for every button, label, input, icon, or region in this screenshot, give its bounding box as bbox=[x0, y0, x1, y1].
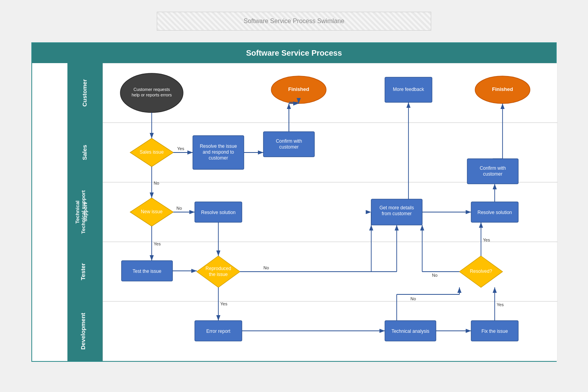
diagram-header: Software Service Process bbox=[32, 43, 556, 63]
fix-issue-text: Fix the issue bbox=[481, 328, 508, 334]
diagram-container: Software Service Process Customer Sales … bbox=[31, 42, 557, 362]
lane-customer-label: Customer bbox=[81, 79, 88, 107]
lane-technical-label: Technical bbox=[74, 200, 80, 223]
get-details-text2: from customer bbox=[382, 211, 412, 216]
label-no2: No bbox=[176, 206, 182, 211]
resolve-respond-text3: customer bbox=[209, 155, 228, 161]
label-yes5: Yes bbox=[483, 238, 490, 242]
svg-text:Development: Development bbox=[80, 313, 86, 350]
label-yes1: Yes bbox=[177, 146, 184, 151]
label-no4: No bbox=[432, 273, 437, 278]
resolve-respond-text: Resolve the issue bbox=[200, 143, 237, 149]
technical-analysis-text: Technical analysis bbox=[392, 328, 430, 334]
resolve-respond-text2: and respond to bbox=[203, 149, 234, 155]
label-yes2: Yes bbox=[154, 241, 161, 246]
label-no1: No bbox=[154, 181, 159, 185]
resolved-text: Resolved? bbox=[470, 269, 492, 274]
page-title-area: Software Service Process Swimlane bbox=[157, 12, 431, 31]
customer-request-text: Customer requests bbox=[134, 87, 170, 92]
confirm1-text2: customer bbox=[279, 144, 298, 150]
label-no5: No bbox=[410, 296, 416, 301]
resolve-sol1-text: Resolve solution bbox=[201, 210, 236, 215]
new-issue-text: New issue bbox=[141, 209, 163, 214]
confirm2-text2: customer bbox=[483, 171, 502, 177]
svg-text:Tester: Tester bbox=[80, 263, 86, 280]
page-title: Software Service Process Swimlane bbox=[244, 18, 345, 24]
customer-request-text2: help or reports errors bbox=[132, 93, 172, 97]
confirm2-text: Confirm with bbox=[480, 165, 506, 171]
svg-text:Technical support: Technical support bbox=[80, 190, 86, 234]
confirm1-text: Confirm with bbox=[276, 138, 302, 144]
label-yes4: Yes bbox=[497, 302, 504, 307]
get-details-text: Get more details bbox=[379, 205, 414, 211]
error-report-text: Error report bbox=[206, 328, 230, 334]
resolve-sol2-text: Resolve solution bbox=[477, 210, 512, 215]
finished2-text: Finished bbox=[492, 86, 513, 92]
reproduced-text: Reproduced bbox=[205, 266, 231, 271]
lane-sales-label: Sales bbox=[81, 145, 88, 160]
more-feedback-text: More feedback bbox=[393, 87, 424, 92]
sales-issue-text: Sales issue bbox=[140, 149, 164, 155]
finished1-text: Finished bbox=[288, 86, 309, 92]
reproduced-text2: the issue bbox=[209, 272, 228, 277]
test-issue-text: Test the issue bbox=[132, 269, 162, 274]
label-no3: No bbox=[263, 265, 269, 270]
label-yes3: Yes bbox=[220, 301, 227, 306]
